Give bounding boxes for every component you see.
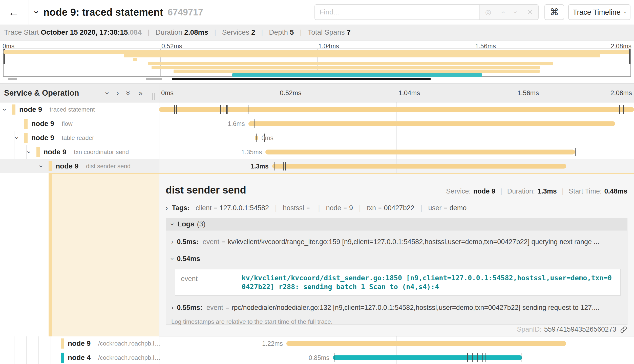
find-prev-icon[interactable]: › <box>499 11 507 13</box>
trace-start: Trace Start October 15 2020, 17:38:15.08… <box>4 28 142 36</box>
logs-body: › 0.5ms: event = kv/kvclient/kvcoord/ran… <box>166 230 627 325</box>
logs-header[interactable]: › Logs (3) <box>166 218 627 230</box>
find-next-icon[interactable]: › <box>512 11 519 13</box>
service-color-swatch <box>61 338 64 349</box>
span-event-tick <box>169 105 169 114</box>
columns-header: Service & Operation › › » » 0ms 0.52ms 1… <box>0 83 634 102</box>
horizontal-scrollbar[interactable] <box>172 78 431 80</box>
collapse-all-icon[interactable]: › <box>103 92 112 94</box>
collapse-trace-icon[interactable]: › <box>32 11 42 14</box>
expand-log-icon[interactable]: › <box>171 238 173 246</box>
span-bar-cell[interactable] <box>159 102 634 117</box>
span-row[interactable]: node 9 flow 1.6ms <box>0 117 634 131</box>
span-duration-bar[interactable] <box>286 341 566 346</box>
trace-id: 6749717 <box>168 7 203 18</box>
logs-note: Log timestamps are relative to the start… <box>171 318 621 325</box>
span-bar-cell[interactable]: 1.22ms <box>159 336 634 351</box>
minimap-canvas[interactable] <box>3 49 631 77</box>
operation-name: table reader <box>62 134 94 141</box>
span-event-tick <box>225 105 225 114</box>
service-color-swatch <box>61 353 64 363</box>
span-duration-bar[interactable] <box>272 164 566 169</box>
column-resize-grip[interactable] <box>152 93 157 100</box>
tree-timeline-divider[interactable] <box>159 83 159 364</box>
collapse-log-icon[interactable]: › <box>169 258 176 260</box>
log-entry[interactable]: › 0.55ms: event = rpc/nodedialer/nodedia… <box>171 304 621 312</box>
span-event-tick <box>623 105 624 114</box>
expand-log-icon[interactable]: › <box>171 304 173 311</box>
duration-label: Duration: <box>507 187 535 195</box>
span-duration-label: 1.3ms <box>251 163 272 170</box>
span-event-tick <box>575 148 576 156</box>
collapse-span-icon[interactable]: › <box>13 137 21 139</box>
span-duration-label: 1.35ms <box>241 148 265 156</box>
find-input[interactable] <box>315 5 479 19</box>
minimap-span-bar <box>124 54 600 57</box>
minimap-handle[interactable] <box>8 78 17 80</box>
span-duration-bar[interactable] <box>248 121 615 126</box>
operation-name: txn coordinator send <box>74 148 129 156</box>
timeline-tick: 0ms <box>161 84 174 102</box>
span-duration-label: 1.22ms <box>262 340 286 347</box>
back-button[interactable]: ← <box>5 4 23 20</box>
trace-depth: Depth 5 <box>269 28 294 36</box>
span-tree-cell[interactable]: › node 9 dist sender send <box>0 159 159 173</box>
collapse-span-icon[interactable]: › <box>37 165 45 167</box>
collapse-one-icon[interactable]: › <box>116 89 119 97</box>
keyboard-shortcuts-button[interactable]: ⌘ <box>544 4 564 20</box>
span-bar-cell[interactable]: 1.35ms <box>159 145 634 159</box>
span-duration-label: 0ms <box>258 134 273 142</box>
log-entry-expanded[interactable]: › 0.54ms <box>171 255 621 263</box>
expand-one-icon[interactable]: » <box>138 89 143 97</box>
page-header: ← › node 9: traced statement 6749717 ◎ ›… <box>0 0 634 25</box>
tags-row[interactable]: › Tags: client=127.0.0.1:54582 | hostssl… <box>166 204 467 212</box>
span-detail-title: dist sender send <box>166 184 246 196</box>
expand-all-icon[interactable]: » <box>124 91 133 95</box>
find-bar: ◎ › › ✕ <box>314 4 539 20</box>
span-row-selected[interactable]: › node 9 dist sender send 1.3ms <box>0 159 634 173</box>
span-id-value: 5597415943526560273 <box>544 326 616 333</box>
span-row[interactable]: › node 9 txn coordinator send 1.35ms <box>0 145 634 159</box>
operation-name: flow <box>62 120 73 127</box>
collapse-span-icon[interactable]: › <box>1 109 9 111</box>
service-name: node 9 <box>44 148 66 156</box>
separator: | <box>148 28 150 36</box>
span-duration-bar[interactable] <box>265 150 575 155</box>
collapse-logs-icon[interactable]: › <box>169 223 176 225</box>
span-duration-label: 1.6ms <box>228 120 248 127</box>
span-bar-cell[interactable]: 0ms <box>159 131 634 145</box>
span-tree-cell[interactable]: node 4 /cockroach.roachpb.I… <box>0 351 159 364</box>
service-color-swatch <box>24 133 28 143</box>
log-entry[interactable]: › 0.5ms: event = kv/kvclient/kvcoord/ran… <box>171 238 621 246</box>
span-tree-cell[interactable]: › node 9 table reader <box>0 131 159 145</box>
span-tree-cell[interactable]: node 9 /cockroach.roachpb.I… <box>0 336 159 351</box>
timeline-tick: 1.04ms <box>398 84 420 102</box>
service-operation-header: Service & Operation <box>4 84 79 102</box>
span-bar-cell[interactable]: 1.3ms <box>159 159 634 173</box>
span-duration-bar[interactable] <box>159 107 634 112</box>
span-event-tick <box>232 105 232 114</box>
deep-link-icon[interactable] <box>620 326 627 333</box>
span-row[interactable]: › node 9 traced statement <box>0 102 634 117</box>
service-name: node 9 <box>56 162 78 170</box>
view-selector-button[interactable]: Trace Timeline › <box>568 4 630 20</box>
expand-tags-icon[interactable]: › <box>166 204 168 212</box>
minimap-handle[interactable] <box>146 78 162 80</box>
collapse-span-icon[interactable]: › <box>25 151 33 153</box>
service-name: node 9 <box>31 120 54 128</box>
find-locate-icon[interactable]: ◎ <box>485 8 491 16</box>
span-event-tick <box>485 353 485 362</box>
span-event-tick <box>223 105 223 114</box>
find-controls: ◎ › › ✕ <box>479 5 538 19</box>
span-row[interactable]: node 4 /cockroach.roachpb.I… 0.85ms <box>0 351 634 364</box>
span-bar-cell[interactable]: 0.85ms <box>159 351 634 364</box>
tags-label: Tags: <box>172 204 189 212</box>
span-tree-cell[interactable]: node 9 flow <box>0 117 159 131</box>
span-bar-cell[interactable]: 1.6ms <box>159 117 634 131</box>
span-row[interactable]: › node 9 table reader 0ms <box>0 131 634 145</box>
span-duration-bar[interactable] <box>333 355 522 360</box>
span-tree-cell[interactable]: › node 9 txn coordinator send <box>0 145 159 159</box>
find-clear-icon[interactable]: ✕ <box>527 8 533 16</box>
span-row[interactable]: node 9 /cockroach.roachpb.I… 1.22ms <box>0 336 634 351</box>
span-tree-cell[interactable]: › node 9 traced statement <box>0 102 159 117</box>
